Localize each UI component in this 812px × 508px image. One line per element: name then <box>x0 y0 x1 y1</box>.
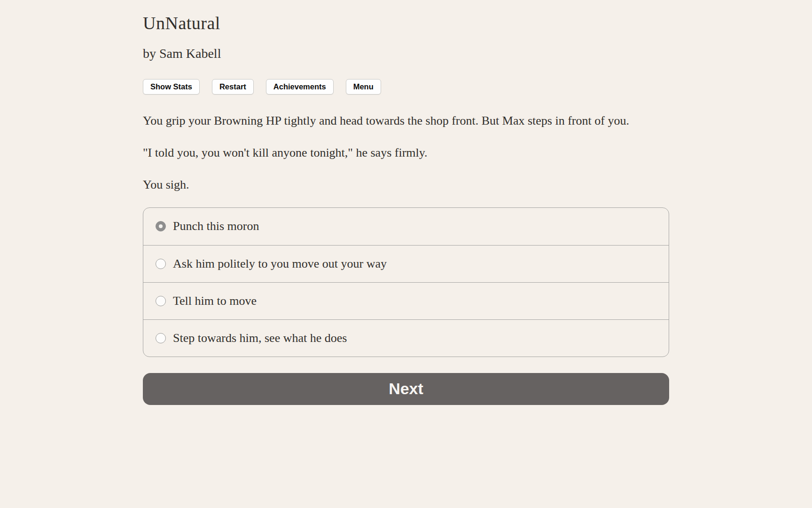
show-stats-button[interactable]: Show Stats <box>143 79 200 95</box>
choice-option-ask-politely[interactable]: Ask him politely to you move out your wa… <box>143 245 669 282</box>
story-paragraph: You sigh. <box>143 175 669 194</box>
choice-label: Punch this moron <box>173 219 259 233</box>
choice-label: Ask him politely to you move out your wa… <box>173 257 387 271</box>
game-title: UnNatural <box>143 13 669 34</box>
story-paragraph: You grip your Browning HP tightly and he… <box>143 111 669 130</box>
next-button[interactable]: Next <box>143 373 669 405</box>
radio-button-icon[interactable] <box>156 221 166 231</box>
story-page: UnNatural by Sam Kabell Show Stats Resta… <box>143 0 669 405</box>
radio-button-icon[interactable] <box>156 259 166 269</box>
choice-label: Tell him to move <box>173 294 257 308</box>
menu-button[interactable]: Menu <box>346 79 381 95</box>
toolbar: Show Stats Restart Achievements Menu <box>143 79 669 95</box>
radio-button-icon[interactable] <box>156 296 166 306</box>
author-byline: by Sam Kabell <box>143 46 669 61</box>
choice-option-step-towards[interactable]: Step towards him, see what he does <box>143 319 669 357</box>
choice-list: Punch this moron Ask him politely to you… <box>143 207 669 357</box>
radio-button-icon[interactable] <box>156 333 166 343</box>
restart-button[interactable]: Restart <box>212 79 254 95</box>
story-paragraph: "I told you, you won't kill anyone tonig… <box>143 143 669 162</box>
choice-option-punch[interactable]: Punch this moron <box>143 208 669 245</box>
achievements-button[interactable]: Achievements <box>266 79 334 95</box>
choice-label: Step towards him, see what he does <box>173 331 347 345</box>
story-text: You grip your Browning HP tightly and he… <box>143 111 669 194</box>
choice-option-tell-to-move[interactable]: Tell him to move <box>143 282 669 319</box>
